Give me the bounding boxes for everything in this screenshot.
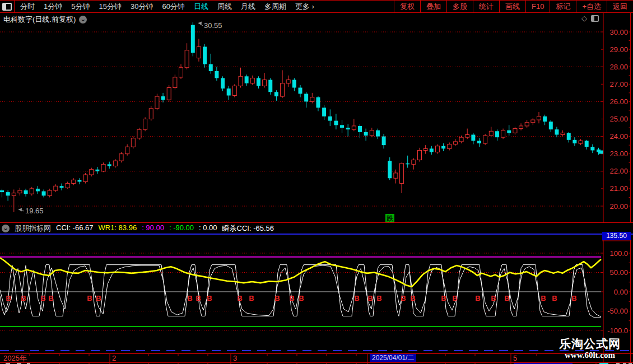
svg-text:B: B: [376, 294, 381, 302]
svg-text:B: B: [401, 294, 406, 302]
svg-text:26.00: 26.00: [609, 97, 628, 106]
date-label: 2025年: [3, 354, 27, 362]
indicator-value: WR1: 83.96: [98, 223, 137, 234]
chart-corner-icons: ◇: [581, 14, 599, 22]
period-item[interactable]: 日线: [194, 2, 208, 12]
svg-text:B: B: [552, 294, 557, 302]
svg-text:-50.00: -50.00: [607, 307, 628, 315]
selected-date-label: 2025/04/01/二: [370, 354, 416, 362]
layout-toggle-button[interactable]: [0, 1, 15, 12]
svg-text:B: B: [441, 294, 446, 302]
action-item[interactable]: F10: [525, 1, 550, 12]
svg-text:0.00: 0.00: [614, 288, 628, 296]
svg-text:100.0: 100.0: [609, 249, 628, 258]
svg-text:21.00: 21.00: [609, 184, 628, 193]
svg-text:B: B: [289, 294, 294, 302]
period-item[interactable]: 30分钟: [131, 2, 153, 12]
svg-text:B: B: [410, 294, 415, 302]
svg-text:跌: 跌: [386, 214, 394, 222]
indicator-gridlines: [0, 253, 601, 330]
svg-text:B: B: [541, 294, 546, 302]
last-price-marker: [599, 151, 603, 154]
svg-text:19.65: 19.65: [25, 207, 44, 215]
action-item[interactable]: 返回: [607, 1, 633, 12]
svg-text:23.00: 23.00: [609, 150, 628, 158]
svg-text:-100.0: -100.0: [607, 326, 628, 335]
period-menu: 分时1分钟5分钟15分钟30分钟60分钟日线周线月线多周期更多 ›: [20, 2, 314, 12]
chart-title-row: 电科数字(日线.前复权) ⌄: [3, 15, 87, 25]
svg-text:B: B: [504, 294, 509, 302]
svg-text:B: B: [6, 294, 11, 302]
top-toolbar: 分时1分钟5分钟15分钟30分钟60分钟日线周线月线多周期更多 › 复权叠加多股…: [0, 0, 633, 13]
svg-text:27.00: 27.00: [609, 80, 628, 88]
chevron-down-icon[interactable]: ⌄: [2, 225, 10, 232]
svg-text:B: B: [96, 294, 101, 302]
period-item[interactable]: 多周期: [264, 2, 286, 12]
svg-text:B: B: [367, 294, 373, 302]
watermark: 乐淘公式网 www.60lt.com: [552, 337, 628, 360]
svg-text:B: B: [207, 294, 212, 302]
action-item[interactable]: 统计: [473, 1, 499, 12]
chevron-down-icon[interactable]: ⌄: [79, 16, 87, 24]
action-item[interactable]: 复权: [394, 1, 420, 12]
svg-text:B: B: [187, 294, 192, 302]
svg-text:B: B: [196, 294, 201, 302]
svg-text:B: B: [87, 294, 92, 302]
action-item[interactable]: 标记: [550, 1, 576, 12]
candlestick-series: [0, 22, 601, 212]
svg-text:B: B: [452, 294, 457, 302]
indicator-value: : 0.00: [199, 223, 217, 234]
chart-canvas[interactable]: BBBBBBBBBBBBBBBBBBBBBBBBBBB30.0029.0028.…: [0, 0, 633, 364]
svg-text:30.00: 30.00: [609, 28, 628, 36]
action-item[interactable]: 多股: [446, 1, 473, 12]
svg-text:24.00: 24.00: [609, 132, 628, 141]
indicator-name: 股朋指标网: [15, 223, 51, 234]
chart-title: 电科数字(日线.前复权): [3, 15, 76, 25]
svg-text:50.00: 50.00: [609, 268, 628, 277]
svg-text:B: B: [299, 294, 304, 302]
svg-text:30.55: 30.55: [204, 21, 222, 30]
axis-frame: [0, 13, 633, 363]
period-item[interactable]: 5分钟: [71, 2, 90, 12]
period-item[interactable]: 分时: [20, 2, 35, 12]
svg-text:B: B: [354, 294, 359, 302]
watermark-url: www.60lt.com: [552, 351, 628, 360]
period-item[interactable]: 60分钟: [162, 2, 184, 12]
split-window-icon: [2, 3, 12, 11]
action-item[interactable]: 叠加: [420, 1, 446, 12]
indicator-header: ⌄ 股朋指标网 CCI: -66.67WR1: 83.96: 90.00: -9…: [0, 222, 633, 235]
svg-text:B: B: [40, 294, 45, 302]
period-item[interactable]: 更多 ›: [295, 2, 314, 12]
period-item[interactable]: 15分钟: [99, 2, 121, 12]
maximize-window-icon[interactable]: [591, 15, 599, 22]
svg-text:B: B: [491, 294, 496, 302]
indicator-value-box: 135.50: [602, 232, 631, 240]
indicator-value: : 90.00: [142, 223, 164, 234]
indicator-axis: 100.050.000.00-50.00-100.0: [601, 249, 631, 335]
indicator-value: : -90.00: [169, 223, 194, 234]
svg-text:B: B: [571, 294, 576, 302]
period-item[interactable]: 月线: [241, 2, 255, 12]
date-label: 5: [513, 354, 517, 362]
svg-text:B: B: [21, 294, 26, 302]
svg-text:22.00: 22.00: [609, 167, 628, 175]
svg-text:25.00: 25.00: [609, 115, 628, 123]
app-window: 分时1分钟5分钟15分钟30分钟60分钟日线周线月线多周期更多 › 复权叠加多股…: [0, 0, 633, 364]
svg-text:29.00: 29.00: [609, 45, 628, 54]
action-item[interactable]: +自选: [576, 1, 607, 12]
date-label: 2: [112, 354, 116, 362]
svg-text:20.00: 20.00: [609, 202, 628, 211]
date-label: 3: [233, 354, 237, 362]
price-gridlines: [0, 32, 601, 206]
svg-text:28.00: 28.00: [609, 63, 628, 71]
diamond-icon[interactable]: ◇: [581, 14, 587, 22]
indicator-value: 瞬杀CCI: -65.56: [222, 223, 274, 234]
watermark-title: 乐淘公式网: [552, 337, 628, 351]
action-item[interactable]: 画线: [499, 1, 525, 12]
svg-text:B: B: [274, 294, 280, 302]
period-item[interactable]: 1分钟: [44, 2, 62, 12]
svg-text:B: B: [237, 294, 242, 302]
period-item[interactable]: 周线: [217, 2, 232, 12]
indicator-value: CCI: -66.67: [56, 223, 93, 234]
buy-signal-marks: BBBBBBBBBBBBBBBBBBBBBBBBBBB: [6, 294, 576, 302]
